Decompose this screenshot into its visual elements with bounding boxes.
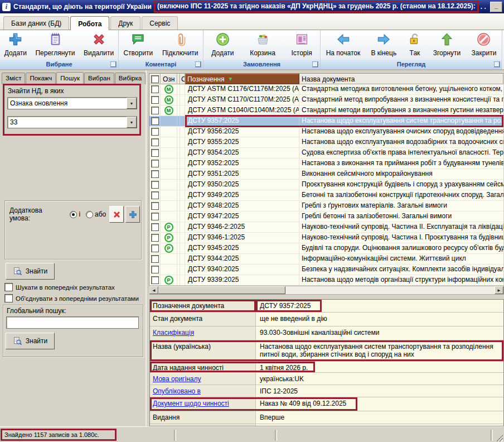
table-row[interactable]: РДСТУ 9346-1:2025Науково-технічний супро… xyxy=(149,233,503,243)
row-checkbox[interactable] xyxy=(151,244,159,252)
table-row[interactable]: ДСТУ 9357:2025Настанова щодо експлуатува… xyxy=(149,116,503,127)
table-row[interactable]: ДСТУ 9351:2025Виконання сейсмічного мікр… xyxy=(149,169,503,180)
row-checkbox[interactable] xyxy=(151,223,159,231)
row-checkbox[interactable] xyxy=(151,170,159,178)
cell-document-name[interactable]: Настанова щодо експлуатування очисних сп… xyxy=(299,127,503,137)
cell-designation[interactable]: ДСТУ 9356:2025 xyxy=(185,127,299,137)
cell[interactable]: М xyxy=(161,84,177,94)
cell[interactable] xyxy=(161,265,177,275)
select-all-checkbox[interactable] xyxy=(149,74,161,84)
toolbar-button-переглянути[interactable]: Переглянути xyxy=(33,31,77,57)
cell[interactable] xyxy=(161,190,177,200)
detail-label[interactable]: Документ щодо чинності xyxy=(150,397,256,411)
cell[interactable] xyxy=(149,95,161,105)
cell[interactable] xyxy=(161,158,177,169)
cell-document-name[interactable]: Судова експертиза об'єктів права інтелек… xyxy=(299,148,503,158)
cell[interactable] xyxy=(180,201,185,211)
table-row[interactable]: РДСТУ 9339:2025Настанова щодо методів ор… xyxy=(149,275,503,286)
menu-tab-бази-даних-бд-[interactable]: Бази даних (БД) xyxy=(3,16,69,30)
table-row[interactable]: МДСТУ ASTM C1040/C1040M:2025 (А:Стандарт… xyxy=(149,105,503,116)
table-row[interactable]: РДСТУ 9345:2025Будівлі та споруди. Оціню… xyxy=(149,243,503,254)
cell-document-name[interactable]: Настанова щодо експлуатування водозабірн… xyxy=(299,137,503,147)
cell[interactable] xyxy=(180,243,185,253)
table-row[interactable]: МДСТУ ASTM C1176/C1176M:2025 (А:Стандарт… xyxy=(149,84,503,95)
cell-document-name[interactable]: Стандартна методика виготовлення бетону,… xyxy=(299,84,503,94)
toolbar-button-корзина[interactable]: Корзина xyxy=(248,31,278,57)
cell-designation[interactable]: ДСТУ 9351:2025 xyxy=(185,169,299,179)
row-checkbox[interactable] xyxy=(151,117,159,125)
scrollbar-thumb[interactable] xyxy=(158,286,285,294)
cell-designation[interactable]: ДСТУ 9340:2025 xyxy=(185,265,299,275)
left-tab-вибран[interactable]: Вибран xyxy=(84,73,114,84)
toolbar-button-видалити[interactable]: Видалити xyxy=(81,31,116,57)
left-tab-покажч[interactable]: Покажч xyxy=(26,73,56,84)
table-row[interactable]: ДСТУ 9348:2025Греблі з ґрунтових матеріа… xyxy=(149,201,503,212)
checkbox-search-previous[interactable]: Шукати в попередніх результатах xyxy=(4,283,145,291)
chevron-down-icon[interactable]: ▼ xyxy=(127,117,137,128)
menu-tab-сервіс[interactable]: Сервіс xyxy=(142,16,178,30)
dialog-launcher-icon[interactable] xyxy=(195,61,201,68)
cell[interactable] xyxy=(149,169,161,179)
cell-document-name[interactable]: Виконання сейсмічного мікрорайонування xyxy=(299,169,503,179)
global-search-input[interactable] xyxy=(6,316,139,329)
left-tab-зміст[interactable]: Зміст xyxy=(2,73,25,84)
cell-designation[interactable]: ДСТУ 9352:2025 xyxy=(185,158,299,169)
cell[interactable] xyxy=(149,233,161,243)
cell[interactable] xyxy=(149,243,161,253)
cell-designation[interactable]: ДСТУ 9355:2025 xyxy=(185,137,299,147)
cell-document-name[interactable]: Бетонні та залізобетонні конструкції гід… xyxy=(299,190,503,200)
table-row[interactable]: ДСТУ 9350:2025Проєктування конструкцій б… xyxy=(149,180,503,190)
cell[interactable] xyxy=(149,212,161,222)
cell-document-name[interactable]: Настанова щодо експлуатування систем тра… xyxy=(299,116,503,126)
global-find-button[interactable]: Знайти xyxy=(6,333,55,349)
radio-and[interactable] xyxy=(70,211,77,218)
cell-designation[interactable]: ДСТУ 9346-2:2025 xyxy=(185,222,299,232)
chevron-down-icon[interactable]: ▼ xyxy=(127,98,137,109)
cell-document-name[interactable]: Інформаційно-комунікаційні системи. Житт… xyxy=(299,254,503,264)
toolbar-button-згорнути[interactable]: Згорнути xyxy=(431,31,463,57)
cell[interactable] xyxy=(161,201,177,211)
left-tab-пошук[interactable]: Пошук xyxy=(56,72,84,84)
cell[interactable] xyxy=(149,265,161,275)
left-tab-вибірка[interactable]: Вибірка xyxy=(115,73,146,84)
cell[interactable] xyxy=(161,169,177,179)
cell[interactable] xyxy=(149,127,161,137)
cell-designation[interactable]: ДСТУ 9346-1:2025 xyxy=(185,233,299,243)
row-checkbox[interactable] xyxy=(151,202,159,210)
table-row[interactable]: ДСТУ 9340:2025Безпека у надзвичайних сит… xyxy=(149,265,503,275)
cell[interactable] xyxy=(161,137,177,147)
table-row[interactable]: ДСТУ 9352:2025Настанова з виконання та п… xyxy=(149,158,503,169)
cell[interactable] xyxy=(149,116,161,126)
cell-document-name[interactable]: Проєктування конструкцій будівель і спор… xyxy=(299,180,503,190)
cell-designation[interactable]: ДСТУ ASTM C1040/C1040M:2025 (А: xyxy=(185,105,299,116)
cell[interactable] xyxy=(149,148,161,158)
cell[interactable] xyxy=(161,212,177,222)
row-checkbox[interactable] xyxy=(151,160,159,167)
detail-label-link[interactable]: Класифікація xyxy=(153,329,194,337)
row-checkbox[interactable] xyxy=(151,128,159,136)
cell[interactable] xyxy=(180,275,185,285)
cell[interactable] xyxy=(180,222,185,232)
detail-label-link[interactable]: Документ щодо чинності xyxy=(153,400,229,407)
row-checkbox[interactable] xyxy=(151,234,159,242)
toolbar-button-додати[interactable]: Додати xyxy=(209,31,236,57)
cell[interactable] xyxy=(161,180,177,190)
cell[interactable]: Р xyxy=(161,233,177,243)
cell[interactable] xyxy=(180,148,185,158)
cell-designation[interactable]: ДСТУ 9350:2025 xyxy=(185,180,299,190)
table-row[interactable]: ДСТУ 9349:2025Бетонні та залізобетонні к… xyxy=(149,190,503,201)
table-row[interactable]: ДСТУ 9355:2025Настанова щодо експлуатува… xyxy=(149,137,503,148)
row-checkbox[interactable] xyxy=(151,255,159,263)
cell[interactable] xyxy=(180,233,185,243)
detail-label-link[interactable]: Опубліковано в xyxy=(153,387,201,395)
dialog-launcher-icon[interactable] xyxy=(312,61,318,68)
column-header-mark[interactable]: Озн xyxy=(161,74,177,84)
cell[interactable] xyxy=(180,158,185,169)
toolbar-button-підключити[interactable]: Підключити xyxy=(160,31,201,57)
toolbar-button-історія[interactable]: Історія xyxy=(289,31,314,57)
cell-designation[interactable]: ДСТУ 9349:2025 xyxy=(185,190,299,200)
column-header-clip[interactable]: С xyxy=(180,74,185,84)
toolbar-button-створити[interactable]: Створити xyxy=(121,31,155,57)
menu-tab-робота[interactable]: Робота xyxy=(70,16,109,30)
cell-designation[interactable]: ДСТУ 9348:2025 xyxy=(185,201,299,211)
